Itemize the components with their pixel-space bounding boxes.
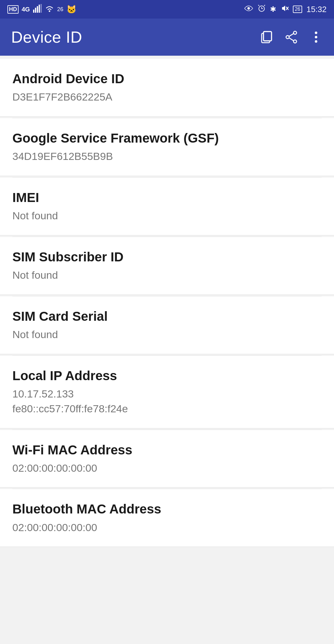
sim-card-serial-value: Not found: [12, 327, 322, 342]
speed-indicator: 26: [57, 6, 63, 13]
wifi-icon: [45, 5, 54, 14]
local-ip-address-card[interactable]: Local IP Address 10.17.52.133 fe80::cc57…: [0, 356, 334, 428]
bluetooth-mac-address-value: 02:00:00:00:00:00: [12, 520, 322, 535]
svg-line-18: [289, 33, 294, 36]
gsf-id-title: Google Service Framework (GSF): [12, 131, 322, 146]
bluetooth-icon: ✱: [270, 5, 276, 14]
sim-subscriber-id-title: SIM Subscriber ID: [12, 249, 322, 265]
cat-icon: 🐱: [66, 5, 76, 14]
imei-card[interactable]: IMEI Not found: [0, 178, 334, 235]
wifi-mac-address-title: Wi-Fi MAC Address: [12, 442, 322, 458]
android-device-id-card[interactable]: Android Device ID D3E1F7F2B662225A: [0, 59, 334, 117]
svg-rect-4: [41, 4, 42, 13]
local-ip-address-title: Local IP Address: [12, 368, 322, 384]
status-bar-right: ✱ 26 15:32: [244, 4, 327, 14]
svg-rect-1: [35, 8, 36, 13]
status-bar-left: HD 4G 26 🐱: [7, 4, 76, 15]
content-area: Android Device ID D3E1F7F2B662225A Googl…: [0, 56, 334, 547]
local-ip-address-value: 10.17.52.133 fe80::cc57:70ff:fe78:f24e: [12, 387, 322, 416]
svg-point-20: [315, 32, 317, 34]
wifi-mac-address-card[interactable]: Wi-Fi MAC Address 02:00:00:00:00:00: [0, 430, 334, 488]
svg-point-17: [286, 36, 289, 39]
bluetooth-mac-address-title: Bluetooth MAC Address: [12, 501, 322, 517]
sim-card-serial-title: SIM Card Serial: [12, 309, 322, 324]
status-bar: HD 4G 26 🐱: [0, 0, 334, 19]
svg-rect-0: [33, 10, 34, 13]
android-device-id-value: D3E1F7F2B662225A: [12, 90, 322, 105]
app-bar: Device ID: [0, 19, 334, 56]
svg-point-15: [293, 31, 297, 34]
signal-icon: [33, 4, 42, 15]
clock-time: 15:32: [306, 5, 327, 14]
page-title: Device ID: [11, 28, 82, 46]
eye-icon: [244, 5, 253, 13]
sim-subscriber-id-card[interactable]: SIM Subscriber ID Not found: [0, 237, 334, 295]
share-button[interactable]: [285, 30, 298, 44]
svg-rect-2: [37, 6, 38, 13]
alarm-icon: [258, 4, 266, 14]
hd-icon: HD: [7, 5, 19, 14]
svg-point-5: [49, 11, 50, 12]
gsf-id-value: 34D19EF612B55B9B: [12, 149, 322, 164]
svg-rect-13: [263, 32, 272, 41]
svg-point-22: [315, 40, 317, 43]
svg-rect-3: [39, 5, 40, 13]
svg-line-19: [289, 38, 294, 41]
imei-title: IMEI: [12, 190, 322, 205]
gsf-id-card[interactable]: Google Service Framework (GSF) 34D19EF61…: [0, 118, 334, 176]
bluetooth-mac-address-card[interactable]: Bluetooth MAC Address 02:00:00:00:00:00: [0, 489, 334, 547]
battery-icon: 26: [293, 6, 302, 13]
battery-level: 26: [295, 6, 300, 12]
app-bar-actions: [260, 30, 323, 44]
mute-icon: [280, 4, 289, 14]
network-4g-icon: 4G: [22, 6, 30, 13]
imei-value: Not found: [12, 208, 322, 223]
more-options-button[interactable]: [309, 30, 323, 44]
svg-point-16: [293, 40, 297, 43]
svg-point-21: [315, 36, 317, 38]
wifi-mac-address-value: 02:00:00:00:00:00: [12, 461, 322, 476]
android-device-id-title: Android Device ID: [12, 71, 322, 87]
sim-subscriber-id-value: Not found: [12, 268, 322, 283]
sim-card-serial-card[interactable]: SIM Card Serial Not found: [0, 296, 334, 354]
copy-button[interactable]: [260, 30, 273, 44]
svg-point-6: [247, 7, 250, 10]
